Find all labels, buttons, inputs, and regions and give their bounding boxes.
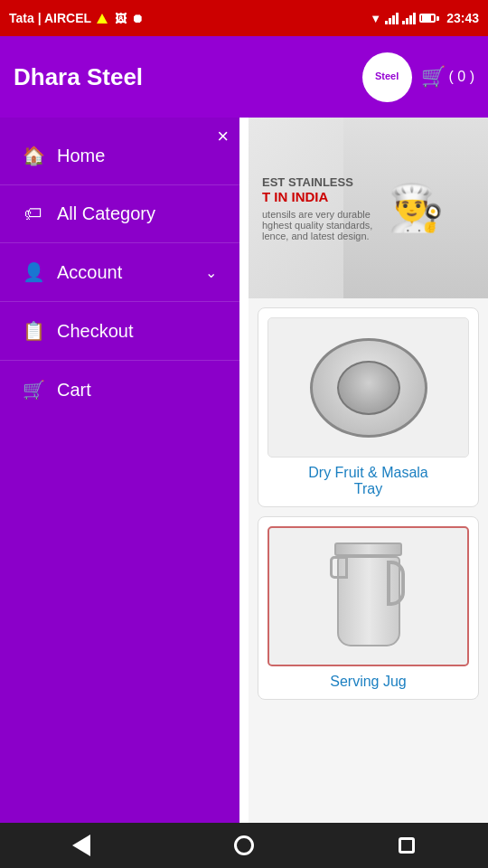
drawer-item-checkout[interactable]: 📋 Checkout (0, 302, 239, 361)
home-nav-icon (234, 835, 254, 855)
home-button[interactable] (217, 827, 271, 863)
signal-bars-1 (385, 12, 399, 24)
bar4 (396, 13, 399, 24)
checkout-icon: 📋 (23, 320, 44, 342)
back-button[interactable] (54, 827, 108, 863)
navigation-drawer: × 🏠 Home 🏷 All Category 👤 Account ⌄ 📋 Ch… (0, 118, 239, 823)
drawer-home-label: Home (57, 146, 217, 166)
product-image-jug (267, 526, 469, 666)
chevron-down-icon: ⌄ (205, 264, 217, 281)
drawer-item-all-category[interactable]: 🏷 All Category (0, 185, 239, 243)
bar4 (413, 13, 416, 24)
bar1 (402, 21, 405, 24)
jug-spout (330, 556, 348, 579)
cart-icon: 🛒 (421, 65, 446, 89)
product-name-jug: Serving Jug (267, 674, 469, 690)
drawer-close-button[interactable]: × (217, 125, 229, 148)
drawer-checkout-label: Checkout (57, 321, 217, 342)
drawer-item-account[interactable]: 👤 Account ⌄ (0, 243, 239, 302)
account-icon: 👤 (23, 261, 44, 283)
drawer-item-cart[interactable]: 🛒 Cart (0, 361, 239, 419)
app-title: Dhara Steel (14, 63, 143, 91)
status-carrier: Tata | AIRCEL 🖼 ⏺ (9, 11, 144, 25)
signal-bars-2 (402, 12, 416, 24)
recent-icon (399, 837, 415, 854)
bottom-navigation (0, 823, 488, 868)
recent-button[interactable] (380, 827, 434, 863)
back-icon (72, 835, 90, 856)
product-image-tray (267, 317, 469, 458)
status-bar: Tata | AIRCEL 🖼 ⏺ ▼ 23:43 (0, 0, 488, 36)
header-right: Steel 🛒 ( 0 ) (362, 52, 474, 102)
product-card-tray[interactable]: Dry Fruit & Masala Tray (258, 307, 479, 507)
cart-button[interactable]: 🛒 ( 0 ) (421, 65, 474, 89)
drawer-category-label: All Category (57, 203, 217, 224)
carrier-text: Tata | AIRCEL (9, 11, 91, 25)
product-name-tray: Dry Fruit & Masala Tray (267, 465, 469, 497)
home-icon: 🏠 (23, 145, 44, 166)
brand-logo: Steel (362, 52, 412, 102)
main-content: EST STAINLESS T IN INDIA utensils are ve… (249, 118, 488, 823)
battery-icon (419, 14, 439, 23)
bar2 (406, 18, 408, 24)
jug-illustration (328, 542, 409, 651)
image-icon: 🖼 (115, 12, 127, 25)
warning-icon (97, 14, 108, 24)
status-right: ▼ 23:43 (370, 11, 479, 25)
drawer-account-label: Account (57, 262, 192, 283)
hero-line2: T IN INDIA (262, 189, 372, 204)
bar3 (392, 15, 395, 24)
jug-body (337, 556, 400, 646)
bar2 (389, 18, 391, 24)
cart-count: ( 0 ) (449, 69, 474, 85)
bar1 (385, 21, 388, 24)
bar3 (409, 15, 412, 24)
tray-illustration (310, 338, 427, 438)
hero-banner: EST STAINLESS T IN INDIA utensils are ve… (249, 118, 488, 298)
jug-handle (387, 561, 405, 606)
record-icon: ⏺ (132, 12, 144, 25)
drawer-item-home[interactable]: 🏠 Home (0, 127, 239, 185)
hero-line1: EST STAINLESS (262, 175, 372, 189)
hero-text: EST STAINLESS T IN INDIA utensils are ve… (249, 162, 386, 255)
time-display: 23:43 (446, 11, 479, 25)
tray-inner (337, 361, 400, 415)
category-icon: 🏷 (23, 203, 44, 224)
product-card-jug[interactable]: Serving Jug (258, 516, 479, 700)
app-header: Dhara Steel Steel 🛒 ( 0 ) (0, 36, 488, 118)
cart-drawer-icon: 🛒 (23, 379, 44, 401)
jug-lid (334, 542, 402, 556)
drawer-cart-label: Cart (57, 380, 217, 401)
wifi-icon: ▼ (370, 12, 381, 25)
hero-line3: utensils are very durable hghest quality… (262, 209, 372, 241)
products-section: Dry Fruit & Masala Tray Serving Jug (249, 298, 488, 709)
main-layout: × 🏠 Home 🏷 All Category 👤 Account ⌄ 📋 Ch… (0, 118, 488, 823)
